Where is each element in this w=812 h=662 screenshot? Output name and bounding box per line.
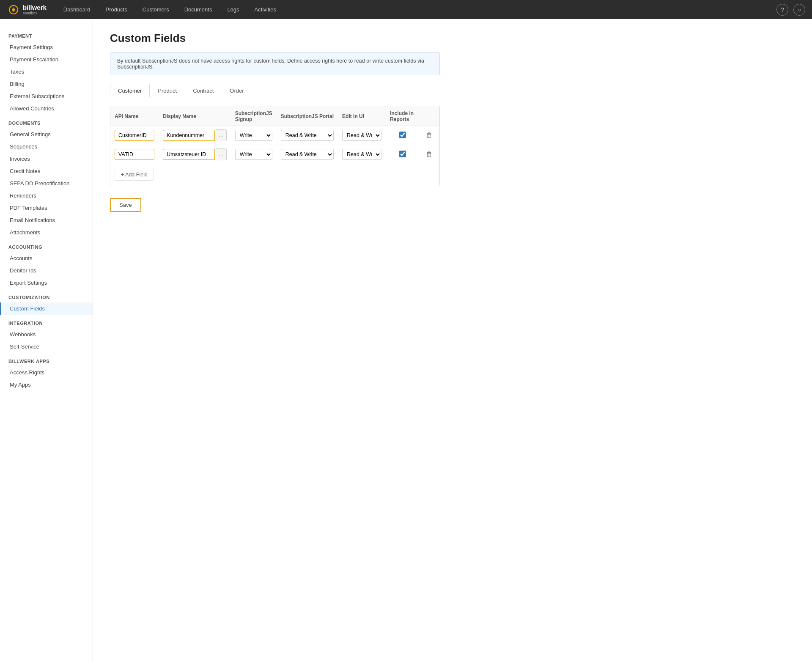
save-section: Save — [110, 195, 795, 212]
page-wrapper: PAYMENTPayment SettingsPayment Escalatio… — [0, 19, 812, 662]
sidebar-item-billing[interactable]: Billing — [0, 78, 93, 90]
sidebar-item-sepa-dd-prenotification[interactable]: SEPA DD Prenotification — [0, 177, 93, 190]
brand-name: billwerk — [23, 4, 47, 11]
logo[interactable]: billwerk sandbox — [7, 3, 47, 16]
sidebar-item-credit-notes[interactable]: Credit Notes — [0, 165, 93, 177]
sidebar-item-access-rights[interactable]: Access Rights — [0, 366, 93, 379]
display-name-dots-button-1[interactable]: ... — [216, 148, 227, 160]
tab-contract[interactable]: Contract — [185, 84, 222, 97]
signup-select-1[interactable]: NoneReadWriteRead & Write — [235, 149, 272, 160]
fields-table-wrapper: API Name Display Name SubscriptionJSSign… — [110, 106, 440, 186]
table-header-row: API Name Display Name SubscriptionJSSign… — [110, 106, 439, 126]
sidebar-section-title: PAYMENT — [0, 27, 93, 41]
topnav-right: ? ○ — [776, 4, 805, 16]
sidebar-item-sequences[interactable]: Sequences — [0, 140, 93, 153]
page-title: Custom Fields — [110, 32, 795, 45]
tab-order[interactable]: Order — [222, 84, 252, 97]
sidebar-item-payment-settings[interactable]: Payment Settings — [0, 41, 93, 53]
sidebar-item-export-settings[interactable]: Export Settings — [0, 277, 93, 289]
help-button[interactable]: ? — [776, 4, 788, 16]
include-reports-checkbox-1[interactable] — [399, 151, 406, 157]
svg-point-2 — [12, 8, 15, 11]
sidebar-item-attachments[interactable]: Attachments — [0, 226, 93, 239]
include-reports-checkbox-0[interactable] — [399, 132, 406, 138]
th-display-name: Display Name — [159, 106, 230, 126]
th-api-name: API Name — [110, 106, 159, 126]
sidebar-item-webhooks[interactable]: Webhooks — [0, 328, 93, 341]
nav-link-documents[interactable]: Documents — [182, 5, 215, 14]
main-content: Custom Fields By default SubscriptionJS … — [93, 19, 812, 662]
sidebar-item-general-settings[interactable]: General Settings — [0, 128, 93, 140]
sidebar-item-accounts[interactable]: Accounts — [0, 252, 93, 264]
tab-customer[interactable]: Customer — [110, 84, 150, 97]
api-name-input-0[interactable] — [115, 130, 154, 141]
api-name-input-1[interactable] — [115, 149, 154, 160]
portal-select-1[interactable]: NoneReadWriteRead & Write — [281, 149, 334, 160]
sidebar-item-payment-escalation[interactable]: Payment Escalation — [0, 53, 93, 66]
sidebar-section-title: DOCUMENTS — [0, 115, 93, 128]
tabs: CustomerProductContractOrder — [110, 84, 440, 97]
sidebar-item-my-apps[interactable]: My Apps — [0, 379, 93, 391]
display-name-input-0[interactable] — [163, 130, 214, 141]
display-name-input-1[interactable] — [163, 149, 214, 160]
sidebar-item-self-service[interactable]: Self-Service — [0, 341, 93, 353]
brand-sub: sandbox — [23, 11, 47, 15]
signup-select-0[interactable]: NoneReadWriteRead & Write — [235, 130, 272, 141]
sidebar-section-title: INTEGRATION — [0, 315, 93, 328]
info-box: By default SubscriptionJS does not have … — [110, 52, 440, 75]
sidebar-item-custom-fields[interactable]: Custom Fields — [0, 302, 93, 315]
tab-product[interactable]: Product — [150, 84, 185, 97]
sidebar-item-taxes[interactable]: Taxes — [0, 66, 93, 78]
sidebar-item-allowed-countries[interactable]: Allowed Countries — [0, 102, 93, 115]
th-include-reports: Include inReports — [386, 106, 419, 126]
sidebar-item-invoices[interactable]: Invoices — [0, 153, 93, 165]
th-portal: SubscriptionJS Portal — [277, 106, 338, 126]
portal-select-0[interactable]: NoneReadWriteRead & Write — [281, 130, 334, 141]
sidebar: PAYMENTPayment SettingsPayment Escalatio… — [0, 19, 93, 662]
add-field-button[interactable]: + Add Field — [115, 169, 154, 181]
delete-row-button-1[interactable]: 🗑 — [423, 150, 435, 159]
table-row: ...NoneReadWriteRead & WriteNoneReadWrit… — [110, 145, 439, 164]
top-navigation: billwerk sandbox Dashboard Products Cust… — [0, 0, 812, 19]
delete-row-button-0[interactable]: 🗑 — [423, 131, 435, 140]
sidebar-item-debitor-ids[interactable]: Debitor Ids — [0, 264, 93, 277]
sidebar-item-external-subscriptions[interactable]: External Subscriptions — [0, 90, 93, 102]
table-row: ...NoneReadWriteRead & WriteNoneReadWrit… — [110, 126, 439, 145]
edit-ui-select-0[interactable]: NoneReadWriteRead & Write — [342, 130, 381, 141]
nav-link-customers[interactable]: Customers — [140, 5, 172, 14]
th-actions — [419, 106, 439, 126]
edit-ui-select-1[interactable]: NoneReadWriteRead & Write — [342, 149, 381, 160]
sidebar-item-email-notifications[interactable]: Email Notifications — [0, 214, 93, 226]
th-signup: SubscriptionJSSignup — [231, 106, 277, 126]
sidebar-section-title: ACCOUNTING — [0, 239, 93, 252]
sidebar-section-title: CUSTOMIZATION — [0, 289, 93, 302]
sidebar-item-pdf-templates[interactable]: PDF Templates — [0, 202, 93, 214]
nav-link-activities[interactable]: Activities — [252, 5, 279, 14]
user-button[interactable]: ○ — [793, 4, 805, 16]
sidebar-item-reminders[interactable]: Reminders — [0, 190, 93, 202]
nav-link-dashboard[interactable]: Dashboard — [61, 5, 93, 14]
th-edit-ui: Edit in UI — [338, 106, 386, 126]
nav-link-products[interactable]: Products — [103, 5, 129, 14]
nav-link-logs[interactable]: Logs — [225, 5, 241, 14]
display-name-dots-button-0[interactable]: ... — [216, 129, 227, 141]
sidebar-section-title: BILLWERK APPS — [0, 353, 93, 366]
fields-table: API Name Display Name SubscriptionJSSign… — [110, 106, 439, 164]
save-button[interactable]: Save — [110, 198, 141, 212]
